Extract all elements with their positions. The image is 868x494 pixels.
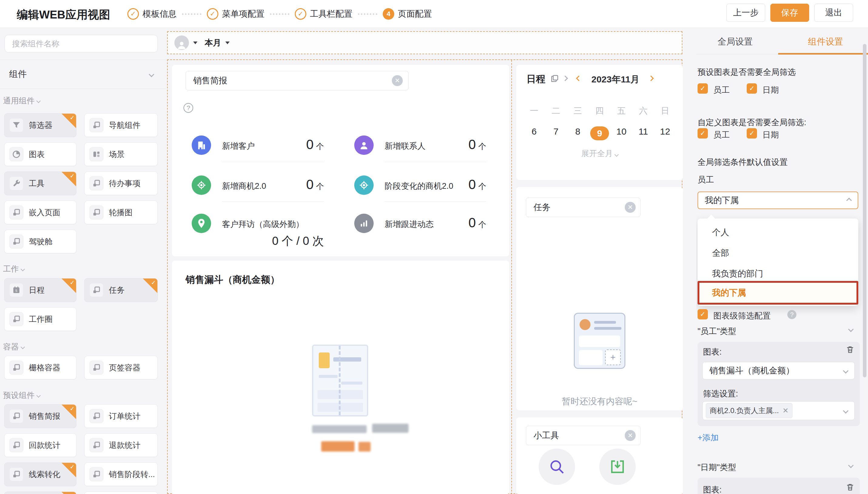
help-icon[interactable]: ?: [184, 103, 193, 113]
overlap-squares-icon: [10, 312, 23, 326]
chevron-down-icon: [614, 152, 619, 157]
remove-tag-icon[interactable]: ✕: [782, 406, 789, 415]
add-filter-link[interactable]: +添加: [698, 432, 719, 443]
checkbox-date[interactable]: ✓: [747, 128, 757, 138]
section-label-work[interactable]: 工作: [3, 264, 24, 274]
canvas-toolbar[interactable]: 本月: [167, 31, 682, 54]
widget-name-input[interactable]: [186, 71, 408, 90]
checkbox-employee[interactable]: ✓: [698, 83, 708, 94]
tab-global-settings[interactable]: 全局设置: [718, 36, 753, 48]
scrollbar[interactable]: [863, 44, 867, 377]
component-card-gridcontainer[interactable]: 栅格容器: [4, 356, 76, 379]
trash-icon[interactable]: [846, 345, 855, 355]
step-template-info[interactable]: ✓ 模板信息: [127, 8, 177, 20]
overlap-squares-icon: [90, 438, 104, 452]
components-panel-header[interactable]: 组件: [0, 60, 166, 89]
option-personal[interactable]: 个人: [698, 227, 858, 238]
section-label-container[interactable]: 容器: [3, 342, 24, 352]
copy-icon[interactable]: [550, 74, 559, 84]
next-month-icon[interactable]: [648, 75, 653, 81]
sales-brief-widget[interactable]: ✕ ? 新增客户 0个 新增联系人 0个 新增商机2.0 0个 阶段变化的商机2…: [172, 65, 509, 256]
step-toolbar-config[interactable]: ✓ 工具栏配置: [295, 8, 352, 20]
component-card-leadconversion[interactable]: 线索转化 ✓: [4, 462, 76, 486]
component-card-tool[interactable]: 工具 ✓: [4, 172, 76, 195]
date-cell-selected[interactable]: 9: [590, 126, 609, 140]
component-sidebar: 组件 通用组件 筛选器 ✓ 导航组件 图表 场景 工具 ✓: [0, 28, 166, 494]
check-circle-icon: ✓: [127, 8, 139, 20]
widget-name-input[interactable]: [526, 426, 641, 445]
component-card-todo[interactable]: 待办事项: [84, 172, 158, 195]
employee-type-card: 图表: 销售漏斗（商机金额） 筛选设置: 商机2.0.负责人主属...✕: [698, 342, 860, 426]
chevron-down-icon: [843, 368, 848, 373]
period-filter[interactable]: 本月: [205, 37, 221, 48]
section-label-preset[interactable]: 预设组件: [3, 390, 40, 401]
tab-component-settings[interactable]: 组件设置: [808, 36, 843, 48]
avatar[interactable]: [174, 36, 189, 50]
svg-text:5: 5: [16, 289, 17, 292]
component-card-workcircle[interactable]: 工作圈: [4, 307, 76, 331]
component-card-salesstage[interactable]: 销售阶段转...: [84, 462, 158, 486]
schedule-widget[interactable]: 日程 2023年11月 一二三四五六日 6 7 8 9 10 11 12: [516, 65, 683, 180]
exit-button[interactable]: 退出: [814, 4, 853, 22]
download-tool-button[interactable]: [599, 449, 636, 485]
checkbox-chart-level-filter[interactable]: ✓: [698, 309, 708, 319]
checkbox-employee[interactable]: ✓: [698, 128, 708, 138]
save-button[interactable]: 保存: [770, 4, 809, 22]
date-cell[interactable]: 12: [656, 126, 675, 140]
month-label: 2023年11月: [591, 73, 639, 86]
clear-icon[interactable]: ✕: [392, 75, 403, 86]
search-input[interactable]: [4, 35, 158, 53]
date-cell[interactable]: 6: [525, 126, 543, 140]
chevron-down-icon[interactable]: [848, 462, 853, 468]
prev-step-button[interactable]: 上一步: [726, 4, 765, 22]
component-card-tabcontainer[interactable]: 页签容器: [84, 356, 158, 379]
component-card-salesbrief[interactable]: 销售简报 ✓: [4, 404, 76, 428]
component-card-task[interactable]: 任务 ✓: [84, 278, 158, 302]
trash-icon[interactable]: [846, 482, 855, 493]
blurred-orange-text: [358, 442, 371, 452]
filter-multi-select[interactable]: 商机2.0.负责人主属...✕: [702, 401, 855, 420]
clear-icon[interactable]: ✕: [625, 430, 636, 441]
sales-funnel-widget[interactable]: 销售漏斗（商机金额）: [172, 261, 509, 494]
component-card-nav[interactable]: 导航组件: [84, 113, 158, 137]
chart-select[interactable]: 销售漏斗（商机金额）: [702, 362, 855, 379]
option-all[interactable]: 全部: [698, 247, 858, 259]
date-cell[interactable]: 11: [634, 126, 653, 140]
component-card-filter[interactable]: 筛选器 ✓: [4, 113, 76, 137]
component-card-refundstats[interactable]: 退款统计: [84, 433, 158, 457]
component-card-schedule[interactable]: 5 日程 ✓: [4, 278, 76, 302]
widget-name-input[interactable]: [526, 197, 641, 217]
component-card-carousel[interactable]: 轮播图: [84, 201, 158, 224]
date-cell[interactable]: 10: [612, 126, 631, 140]
weekday-row: 一二三四五六日: [525, 105, 675, 117]
section-label-general[interactable]: 通用组件: [3, 95, 40, 106]
component-card-scene[interactable]: 场景: [84, 142, 158, 166]
chevron-down-icon[interactable]: [848, 326, 853, 332]
search-tool-button[interactable]: [539, 449, 575, 485]
prev-month-icon[interactable]: [576, 75, 581, 81]
component-card-chart[interactable]: 图表: [4, 142, 76, 166]
employee-select[interactable]: 我的下属: [698, 192, 858, 209]
help-icon[interactable]: ?: [787, 310, 796, 319]
active-tab-underline: [778, 53, 868, 55]
expand-month-link[interactable]: 展开全月: [516, 148, 683, 159]
tasks-widget[interactable]: ✕ + 暂时还没有内容呢~: [516, 187, 683, 410]
step-page-config[interactable]: 4 页面配置: [383, 8, 432, 20]
checkbox-date[interactable]: ✓: [747, 83, 757, 94]
component-card-cockpit[interactable]: 驾驶舱: [4, 230, 76, 253]
step-menu-config[interactable]: ✓ 菜单项配置: [207, 8, 264, 20]
blurred-orange-text: [321, 441, 354, 452]
calendar-icon: 5: [10, 283, 23, 297]
component-card-paymentstats[interactable]: 回款统计: [4, 433, 76, 457]
tools-widget[interactable]: ✕: [516, 417, 683, 494]
stage-change-icon: [354, 175, 374, 195]
option-my-department[interactable]: 我负责的部门: [698, 268, 858, 280]
date-cell[interactable]: 7: [547, 126, 565, 140]
empty-text: 暂时还没有内容呢~: [516, 396, 683, 407]
component-card-orderstats[interactable]: 订单统计: [84, 404, 158, 428]
component-card-embed[interactable]: 嵌入页面: [4, 201, 76, 224]
chevron-right-icon[interactable]: [562, 75, 568, 81]
option-my-subordinates-highlighted[interactable]: 我的下属: [698, 281, 858, 305]
clear-icon[interactable]: ✕: [625, 202, 636, 213]
date-cell[interactable]: 8: [568, 126, 587, 140]
